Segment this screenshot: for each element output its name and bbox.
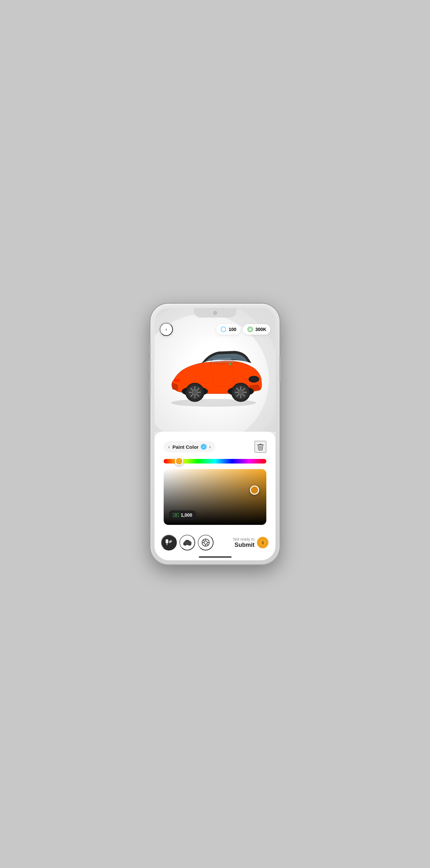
circle-coin-icon — [247, 326, 253, 333]
hue-slider[interactable] — [164, 457, 266, 465]
paint-tool-button[interactable] — [161, 535, 177, 551]
bottom-panel: ‹ Paint Color ✓ › — [154, 432, 276, 560]
svg-point-31 — [185, 544, 186, 545]
bottom-toolbar: Not ready to Submit $ — [160, 531, 270, 554]
svg-point-19 — [192, 390, 197, 395]
coin-value: 300K — [255, 327, 266, 332]
notch — [194, 308, 237, 317]
paint-icon — [165, 539, 173, 547]
camera — [213, 311, 217, 315]
home-indicator — [160, 554, 270, 560]
svg-point-11 — [238, 390, 243, 395]
car-view-area: ‹ 100 300K — [154, 308, 276, 432]
svg-rect-26 — [173, 513, 179, 517]
car-svg — [159, 337, 271, 409]
power-button — [279, 356, 280, 382]
cost-value: 1,000 — [181, 513, 192, 518]
check-icon: ✓ — [201, 444, 207, 450]
trash-button[interactable] — [254, 441, 266, 453]
panel-title: Paint Color ✓ — [173, 444, 207, 450]
currency-row: 100 300K — [216, 324, 270, 335]
app-screen: ‹ 100 300K — [154, 308, 276, 560]
cost-icon — [173, 513, 179, 517]
trash-icon — [257, 443, 264, 451]
hex-icon — [220, 326, 227, 333]
svg-point-23 — [228, 363, 231, 366]
car-tool-button[interactable] — [179, 535, 195, 551]
submit-label-large: Submit — [235, 541, 254, 549]
svg-point-21 — [250, 377, 258, 381]
svg-point-33 — [189, 544, 190, 545]
wheel-icon — [202, 538, 210, 547]
next-arrow[interactable]: › — [209, 444, 211, 450]
hue-thumb[interactable] — [175, 457, 183, 465]
phone-frame: ‹ 100 300K — [151, 304, 279, 564]
panel-header: ‹ Paint Color ✓ › — [164, 441, 266, 453]
svg-rect-29 — [166, 543, 167, 545]
svg-point-2 — [249, 328, 251, 331]
svg-point-35 — [204, 541, 207, 544]
svg-marker-0 — [221, 327, 226, 332]
svg-point-1 — [248, 327, 252, 332]
coin-currency-badge: 300K — [243, 324, 270, 335]
crystal-currency-badge: 100 — [216, 324, 240, 335]
crystal-value: 100 — [228, 327, 236, 332]
submit-area: Not ready to Submit $ — [216, 536, 269, 549]
svg-rect-22 — [174, 379, 180, 382]
submit-coin-icon: $ — [257, 537, 269, 549]
submit-coin-button[interactable]: $ — [256, 536, 269, 549]
home-bar — [199, 556, 232, 558]
svg-rect-28 — [166, 539, 168, 543]
cost-badge: 1,000 — [169, 510, 196, 520]
saturation-picker[interactable]: 1,000 — [164, 469, 266, 525]
volume-up-button — [150, 358, 151, 374]
volume-down-button — [150, 378, 151, 395]
svg-point-27 — [175, 514, 177, 516]
prev-arrow[interactable]: ‹ — [168, 444, 170, 450]
phone-screen: ‹ 100 300K — [154, 308, 276, 560]
back-button[interactable]: ‹ — [160, 323, 173, 336]
car-icon — [183, 539, 192, 546]
panel-title-text: Paint Color — [173, 444, 199, 450]
color-panel: ‹ Paint Color ✓ › — [160, 437, 270, 529]
wheel-tool-button[interactable] — [198, 535, 214, 551]
car-image — [159, 337, 271, 409]
volume-mute-button — [150, 343, 151, 353]
panel-nav: ‹ Paint Color ✓ › — [164, 441, 215, 453]
sat-thumb[interactable] — [250, 486, 259, 495]
svg-text:$: $ — [262, 540, 264, 545]
submit-label-small: Not ready to — [233, 537, 254, 541]
hue-track — [164, 459, 266, 464]
